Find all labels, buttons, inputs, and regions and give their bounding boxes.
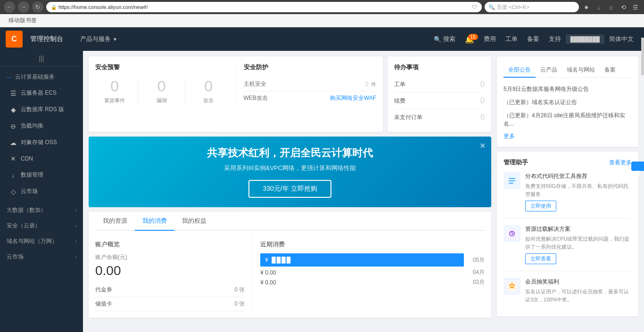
scrollbar-thumb[interactable]	[641, 38, 644, 75]
menu-icon[interactable]: ☰	[631, 2, 640, 12]
nav-workorder[interactable]: 工单	[501, 35, 522, 43]
user-menu[interactable]: ████████	[566, 34, 604, 44]
main-layout: ||| — 云计算基础服务 ☰ 云服务器 ECS ◆ 云数据库 RDS 版 ⊖ …	[0, 51, 644, 332]
logo: C	[6, 31, 23, 48]
content-area: 安全预警 0 紧急事件 0 漏洞	[83, 51, 644, 332]
forward-button[interactable]: →	[18, 1, 29, 13]
sidebar-collapse[interactable]: |||	[0, 51, 83, 66]
security-card: 安全预警 0 紧急事件 0 漏洞	[89, 57, 383, 132]
security-alert-title: 安全预警	[95, 63, 228, 72]
ann-item-2[interactable]: （已更新）域名实名认证公告	[504, 96, 632, 109]
sidebar-section-market[interactable]: 云市场 ›	[0, 249, 83, 265]
marketplace-icon: ◇	[9, 188, 17, 195]
nav-fees[interactable]: 费用	[479, 35, 501, 43]
stored-count: 0 张	[234, 300, 245, 308]
workorder-count: 0	[480, 80, 485, 89]
sidebar-item-ecs[interactable]: ☰ 云服务器 ECS	[0, 85, 83, 101]
sidebar-item-oss[interactable]: ☁ 对象存储 OSS	[0, 134, 83, 151]
ann-tab-cloud[interactable]: 云产品	[536, 63, 562, 77]
consumption-bar-1: ¥ ████	[260, 253, 464, 267]
top-nav: C 管理控制台 产品与服务 ▼ 🔍 搜索 🔔 15 费用 工单 备案 支持 ██…	[0, 27, 644, 51]
cdn-label: CDN	[21, 155, 33, 162]
mgmt-item-2-btn[interactable]: 立即查看	[525, 253, 556, 264]
tab-my-benefits[interactable]: 我的权益	[174, 212, 214, 230]
ann-item-1[interactable]: 5月9日云数据库服务网络升级公告	[504, 82, 632, 96]
ann-tab-domain[interactable]: 域名与网站	[562, 63, 600, 77]
bell-btn[interactable]: 🔔 15	[460, 35, 479, 44]
consumption-title: 近期消费	[260, 235, 485, 249]
banner-close-btn[interactable]: ✕	[479, 141, 486, 150]
history-icon[interactable]: ⟲	[619, 2, 628, 12]
domain-title: 域名与网站（万网）	[7, 237, 58, 245]
consumption-month-3: 03月	[468, 278, 485, 286]
search-btn[interactable]: 🔍 搜索	[429, 35, 460, 43]
mgmt-content-3: 会员抽奖福利 实名认证用户，可以进行会员抽奖，最多可认证3次，100%中奖。	[525, 278, 632, 303]
datamgmt-label: 数据管理	[21, 171, 43, 179]
mgmt-content-2: 资源过载解决方案 如何优雅解决CPU或带宽过载的问题，我们提供了一系列优化建议。…	[525, 225, 632, 264]
home-icon[interactable]: ⌂	[606, 2, 616, 12]
sidebar-section-bigdata[interactable]: 大数据（数加） ›	[0, 202, 83, 218]
download-icon[interactable]: ↓	[594, 2, 603, 12]
market-arrow: ›	[75, 254, 76, 259]
products-menu-label: 产品与服务	[80, 35, 111, 43]
bookmark-mobile[interactable]: 移动版书签	[5, 16, 41, 24]
tab-my-resources[interactable]: 我的资源	[95, 212, 135, 230]
oss-label: 对象存储 OSS	[21, 138, 57, 146]
waf-row: WEB攻击 购买网络安全WAF	[244, 91, 377, 105]
mgmt-item-1-title: 分布式代码托管工具推荐	[525, 172, 632, 180]
refresh-button[interactable]: ↻	[32, 1, 43, 13]
waf-link[interactable]: 购买网络安全WAF	[330, 94, 376, 102]
bookmark-bar: 移动版书签	[0, 14, 644, 27]
sidebar-item-slb[interactable]: ⊖ 负载均衡	[0, 118, 83, 134]
marketplace-label: 云市场	[21, 187, 38, 195]
lang-switch[interactable]: 简体中文	[604, 35, 638, 43]
waf-label: WEB攻击	[244, 94, 268, 102]
stored-row: 储值卡 0 张	[95, 297, 245, 311]
products-menu[interactable]: 产品与服务 ▼	[74, 35, 123, 43]
sidebar-item-marketplace[interactable]: ◇ 云市场	[0, 183, 83, 200]
sidebar-item-cdn[interactable]: ✕ CDN	[0, 151, 83, 167]
nav-support[interactable]: 支持	[544, 35, 566, 43]
banner-cta-btn[interactable]: 330元/年 立即抢购	[248, 180, 331, 198]
announcement-card: 全部公告 云产品 域名与网站 备案 5月9日云数据库服务网络升级公告 （已更新）…	[497, 57, 638, 147]
ecs-icon: ☰	[9, 89, 17, 97]
ann-item-3[interactable]: （已更新）4月26日.site注册局系统维护迁移和实名...	[504, 109, 632, 130]
mgmt-content-1: 分布式代码托管工具推荐 免费支持50G存储，不限共有、私有的代码托管服务 立即使…	[525, 172, 632, 211]
address-bar[interactable]: 🔒 https://home.console.aliyun.com/new#/ …	[46, 2, 482, 12]
nav-icp[interactable]: 备案	[522, 35, 544, 43]
sidebar-item-rds[interactable]: ◆ 云数据库 RDS 版	[0, 101, 83, 118]
security-stat-emergency: 0 紧急事件	[95, 77, 134, 104]
bookmark-star-icon[interactable]: ★	[582, 2, 591, 12]
security-stats: 0 紧急事件 0 漏洞 0	[95, 77, 228, 104]
cdn-icon: ✕	[9, 155, 17, 162]
sidebar-section-header-cloud[interactable]: — 云计算基础服务	[0, 69, 83, 85]
ann-tab-all[interactable]: 全部公告	[504, 63, 536, 78]
banner-title: 共享技术红利，开启全民云计算时代	[207, 146, 373, 160]
sidebar-section-security[interactable]: 安全（云盾） ›	[0, 218, 83, 234]
sidebar-item-datamgmt[interactable]: ↓ 数据管理	[0, 167, 83, 183]
promo-banner: ✕ 共享技术红利，开启全民云计算时代 采用系列III实例&VPC网络，更强计算和…	[89, 137, 491, 207]
security-arrow: ›	[75, 223, 76, 228]
renew-count: 0	[480, 97, 485, 105]
search-icon: 🔍	[434, 36, 441, 43]
attack-count: 0	[189, 77, 228, 95]
security-pending-row: 安全预警 0 紧急事件 0 漏洞	[89, 57, 491, 132]
mgmt-title: 管理助手	[504, 158, 528, 167]
back-button[interactable]: ←	[4, 1, 15, 13]
mgmt-header: 管理助手 查看更多	[504, 158, 632, 167]
tab-my-consumption[interactable]: 我的消费	[135, 212, 174, 231]
main-tabs: 我的资源 我的消费 我的权益	[95, 212, 485, 231]
consumption-row-3: ¥ 0.00 03月	[260, 278, 485, 286]
search-placeholder-text: 百度 <Ctrl+K>	[497, 4, 529, 11]
mgmt-more-link[interactable]: 查看更多	[609, 159, 632, 167]
market-title: 云市场	[7, 253, 24, 261]
consumption-month-1: 05月	[468, 256, 485, 264]
mgmt-item-1-btn[interactable]: 立即使用	[525, 201, 556, 211]
ann-more-link[interactable]: 更多	[504, 132, 632, 140]
ann-tab-icp[interactable]: 备案	[600, 63, 620, 77]
sidebar-section-domain[interactable]: 域名与网站（万网） ›	[0, 234, 83, 249]
mgmt-icon-3	[504, 278, 520, 295]
float-tab[interactable]: 点击领奖	[631, 162, 644, 171]
browser-search[interactable]: 🔍 百度 <Ctrl+K>	[485, 2, 579, 12]
security-stat-attack: 0 攻击	[189, 77, 228, 104]
